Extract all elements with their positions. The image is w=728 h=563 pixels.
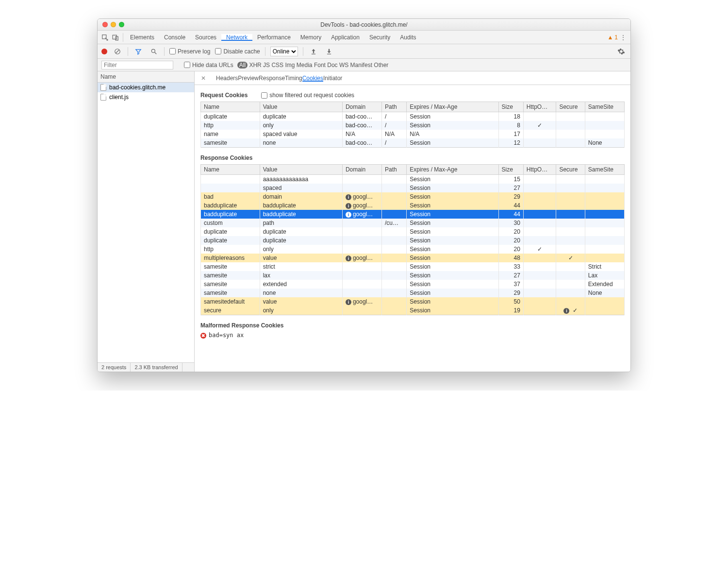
col-secure[interactable]: Secure (556, 102, 585, 112)
search-icon[interactable] (149, 48, 159, 55)
cookie-row[interactable]: secureonlySession19i ✓ (201, 306, 625, 315)
request-list: Name bad-cookies.glitch.meclient.js 2 re… (98, 71, 195, 372)
filter-type-ws[interactable]: WS (339, 62, 348, 68)
tab-network[interactable]: Network (221, 34, 252, 41)
subtab-timing[interactable]: Timing (285, 75, 302, 82)
show-filtered-checkbox[interactable]: show filtered out request cookies (261, 92, 354, 99)
filter-type-doc[interactable]: Doc (327, 62, 337, 68)
svg-point-4 (151, 49, 155, 52)
preserve-log-checkbox[interactable]: Preserve log (169, 48, 210, 55)
info-icon: i (563, 308, 569, 314)
hide-data-urls-checkbox[interactable]: Hide data URLs (184, 62, 233, 68)
filter-input[interactable] (101, 61, 173, 69)
tab-sources[interactable]: Sources (190, 34, 221, 41)
filter-type-js[interactable]: JS (263, 62, 270, 68)
detail-subtabs: ✕ HeadersPreviewResponseTimingCookiesIni… (195, 71, 630, 85)
tab-memory[interactable]: Memory (296, 34, 326, 41)
clear-icon[interactable] (112, 48, 123, 55)
col-samesite[interactable]: SameSite (585, 165, 624, 175)
inspect-icon[interactable] (99, 34, 110, 41)
col-domain[interactable]: Domain (342, 102, 381, 112)
filter-type-font[interactable]: Font (314, 62, 326, 68)
col-value[interactable]: Value (260, 102, 342, 112)
record-button[interactable] (101, 49, 107, 54)
tab-application[interactable]: Application (326, 34, 364, 41)
cookie-row[interactable]: aaaaaaaaaaaaaaSession15 (201, 175, 625, 184)
throttling-select[interactable]: Online (270, 47, 298, 56)
window-title: DevTools - bad-cookies.glitch.me/ (98, 21, 630, 28)
col-name[interactable]: Name (201, 165, 260, 175)
cookie-row[interactable]: httponlybad-coo…/Session8✓ (201, 121, 625, 130)
close-details-icon[interactable]: ✕ (199, 75, 207, 82)
separator (123, 33, 123, 42)
filter-type-other[interactable]: Other (374, 62, 388, 68)
cookie-row[interactable]: multiplereasonsvalueigoogl…Session48✓ (201, 254, 625, 262)
cookie-row[interactable]: duplicateduplicateSession20 (201, 236, 625, 245)
col-secure[interactable]: Secure (556, 165, 585, 175)
filter-type-css[interactable]: CSS (271, 62, 283, 68)
cookie-row[interactable]: samesitedefaultvalueigoogl…Session50 (201, 297, 625, 306)
cookie-row[interactable]: samesitestrictSession33Strict (201, 262, 625, 271)
separator (303, 47, 303, 56)
cookie-row[interactable]: samesitenonebad-coo…/Session12None (201, 138, 625, 148)
cookie-row[interactable]: duplicateduplicatebad-coo…/Session18 (201, 112, 625, 121)
tab-elements[interactable]: Elements (125, 34, 159, 41)
disable-cache-checkbox[interactable]: Disable cache (215, 48, 260, 55)
device-toggle-icon[interactable] (110, 34, 121, 41)
filter-type-manifest[interactable]: Manifest (350, 62, 372, 68)
col-httponly[interactable]: HttpO… (523, 102, 556, 112)
tab-performance[interactable]: Performance (252, 34, 296, 41)
cookie-row[interactable]: samesitenoneSession29None (201, 289, 625, 297)
cookie-row[interactable]: duplicateduplicateSession20 (201, 227, 625, 236)
subtab-headers[interactable]: Headers (216, 75, 238, 82)
response-cookies-table[interactable]: NameValueDomainPathExpires / Max-AgeSize… (200, 164, 625, 315)
col-name[interactable]: Name (201, 102, 260, 112)
file-icon (100, 84, 106, 91)
download-har-icon[interactable] (324, 48, 334, 55)
cookies-pane: Request Cookies show filtered out reques… (195, 85, 630, 372)
cookie-row[interactable]: badduplicatebadduplicateigoogl…Session44 (201, 201, 625, 210)
filter-type-media[interactable]: Media (297, 62, 313, 68)
cookie-row[interactable]: spacedSession27 (201, 184, 625, 192)
tab-console[interactable]: Console (159, 34, 190, 41)
request-row[interactable]: bad-cookies.glitch.me (98, 83, 194, 92)
cookie-row[interactable]: baddomainigoogl…Session29 (201, 192, 625, 201)
section-label: Request Cookies (200, 92, 248, 99)
request-label: client.js (109, 94, 129, 101)
upload-har-icon[interactable] (308, 48, 319, 55)
filter-type-all[interactable]: All (237, 62, 248, 68)
cookie-row[interactable]: namespaced valueN/AN/AN/A17 (201, 130, 625, 138)
cookie-row[interactable]: badduplicatebadduplicateigoogl…Session44 (201, 210, 625, 219)
settings-icon[interactable] (616, 48, 627, 55)
malformed-cookie-text: bad=syn ax (209, 332, 244, 339)
filter-type-img[interactable]: Img (285, 62, 295, 68)
filter-icon[interactable] (133, 48, 144, 55)
subtab-cookies[interactable]: Cookies (302, 75, 323, 82)
request-row[interactable]: client.js (98, 92, 194, 102)
request-cookies-title: Request Cookies show filtered out reques… (200, 92, 625, 99)
col-expires[interactable]: Expires / Max-Age (407, 165, 498, 175)
col-httponly[interactable]: HttpO… (523, 165, 556, 175)
col-size[interactable]: Size (498, 165, 523, 175)
col-path[interactable]: Path (381, 102, 406, 112)
subtab-response[interactable]: Response (259, 75, 285, 82)
subtab-preview[interactable]: Preview (238, 75, 259, 82)
col-expires[interactable]: Expires / Max-Age (407, 102, 498, 112)
tab-audits[interactable]: Audits (395, 34, 421, 41)
subtab-initiator[interactable]: Initiator (323, 75, 342, 82)
col-size[interactable]: Size (498, 102, 523, 112)
filter-type-xhr[interactable]: XHR (249, 62, 261, 68)
cookie-row[interactable]: samesitelaxSession27Lax (201, 271, 625, 280)
separator (128, 47, 128, 56)
cookie-row[interactable]: httponlySession20✓ (201, 245, 625, 254)
col-path[interactable]: Path (381, 165, 406, 175)
cookie-row[interactable]: samesiteextendedSession37Extended (201, 280, 625, 289)
warnings-badge[interactable]: ▲ 1 (607, 34, 618, 41)
col-value[interactable]: Value (260, 165, 342, 175)
more-icon[interactable]: ⋮ (618, 34, 629, 41)
col-domain[interactable]: Domain (342, 165, 381, 175)
cookie-row[interactable]: custompath/cu…Session30 (201, 219, 625, 227)
request-cookies-table[interactable]: NameValueDomainPathExpires / Max-AgeSize… (200, 102, 625, 148)
col-samesite[interactable]: SameSite (585, 102, 624, 112)
tab-security[interactable]: Security (364, 34, 395, 41)
